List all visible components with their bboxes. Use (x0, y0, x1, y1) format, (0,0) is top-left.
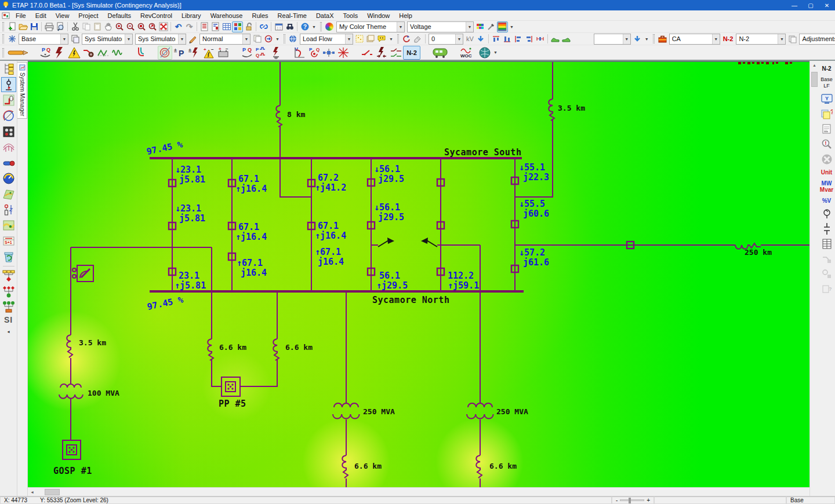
event-diagram-icon[interactable] (1, 284, 16, 299)
theme-wheel-icon[interactable] (324, 21, 335, 32)
save-icon[interactable] (28, 21, 39, 32)
star-auto-evaluation-icon[interactable] (158, 46, 172, 60)
transformer-250mva-a[interactable] (333, 403, 360, 419)
time-domain-load-flow-icon[interactable]: PQ (254, 46, 268, 60)
pp5-plant-box[interactable] (222, 377, 240, 396)
print-preview-icon[interactable] (55, 21, 66, 32)
mode-globe-icon[interactable] (288, 34, 299, 45)
edit-study-case-icon[interactable] (354, 34, 365, 45)
menu-view[interactable]: View (51, 10, 74, 21)
menu-help[interactable]: Help (394, 10, 417, 21)
alert-view-icon[interactable]: ! (820, 138, 834, 151)
maximize-button[interactable]: ▢ (803, 0, 819, 10)
toolbox-icon[interactable] (657, 34, 668, 45)
cable-pulling-icon[interactable] (1, 155, 16, 170)
intelligeo-globe-icon[interactable] (477, 46, 492, 60)
align-left-icon[interactable] (513, 34, 524, 45)
comment-icon[interactable] (376, 34, 387, 45)
fault-tree-icon[interactable] (1, 268, 16, 283)
quick-pick-combo[interactable]: ▼ (594, 34, 631, 45)
feeder-3[interactable]: 67.2 ↑j41.2 67.1 ↑j16.4 ↑67.1 j16.4 (308, 158, 346, 291)
help-caret-icon[interactable]: ▼ (310, 25, 318, 29)
kv-value-combo[interactable]: 0▼ (429, 34, 463, 45)
tie-switch-open[interactable] (371, 238, 480, 247)
transient-stability-icon[interactable] (96, 46, 110, 60)
study-case-combo[interactable]: CA▼ (669, 34, 720, 45)
network-tree-icon[interactable] (1, 61, 16, 76)
revision-combo[interactable]: Base▼ (19, 34, 68, 45)
minimize-button[interactable]: — (786, 0, 803, 10)
menu-realtime[interactable]: Real-Time (273, 10, 311, 21)
study-case-stack-icon[interactable] (365, 34, 376, 45)
dropper-icon[interactable] (486, 21, 497, 32)
snowflake-icon[interactable] (6, 34, 17, 45)
quick-caret-icon[interactable]: ▼ (643, 37, 651, 41)
find-icon[interactable] (284, 21, 295, 32)
voltage-stability-icon[interactable]: V (292, 46, 307, 60)
tx250-branch-left[interactable]: 250 MVA 6.6 km (333, 291, 395, 487)
fault-insertion-icon[interactable]: ± (187, 46, 201, 60)
align-right-icon[interactable] (524, 34, 535, 45)
dashboard-gauge-icon[interactable] (1, 171, 16, 186)
menu-tools[interactable]: Tools (339, 10, 363, 21)
optimal-power-flow-icon[interactable]: ±P (172, 46, 187, 60)
datablock-grid-icon[interactable] (221, 21, 232, 32)
menu-revcontrol[interactable]: RevControl (136, 10, 177, 21)
load-flow-icon[interactable]: PQ (38, 46, 52, 60)
pan-icon[interactable] (103, 21, 114, 32)
cable-ampacity-icon[interactable]: S+1 (1, 233, 16, 249)
horizontal-scrollbar[interactable]: ◄ (28, 487, 809, 496)
short-circuit-icon[interactable] (52, 46, 67, 60)
zoom-out-slider-button[interactable]: - (616, 497, 618, 503)
config-pen-icon[interactable] (187, 34, 198, 45)
schedule-icon[interactable] (273, 21, 284, 32)
harmonic-analysis-icon[interactable] (110, 46, 125, 60)
bus-sycamore-north[interactable]: Sycamore North 97.45 % (146, 291, 524, 312)
zoom-in-slider-button[interactable]: + (647, 497, 650, 503)
feeder-5[interactable]: 112.2 ↑j59.1 (437, 158, 479, 291)
etrax-train-icon[interactable] (431, 46, 451, 60)
menu-defaults[interactable]: Defaults (103, 10, 136, 21)
menu-library[interactable]: Library (177, 10, 206, 21)
crystal-report-icon[interactable] (210, 21, 221, 32)
colormap-caret-icon[interactable]: ▼ (508, 25, 515, 29)
eraser-icon[interactable] (412, 34, 423, 45)
mw-mvar-toggle-label[interactable]: MWMvar (820, 180, 833, 193)
menu-file[interactable]: File (11, 10, 31, 21)
help-icon[interactable]: ? (299, 21, 310, 32)
feeder-2[interactable]: 67.1 ↑j16.4 67.1 ↑j16.4 ↑67.1 j16.4 (228, 158, 267, 291)
close-button[interactable]: ✕ (819, 0, 835, 10)
presentation2-combo[interactable]: Sys Simulator▼ (135, 34, 186, 45)
battery-sizing-icon[interactable]: +− (216, 46, 230, 60)
protection-devices-icon[interactable] (1, 202, 16, 217)
color-theme-combo[interactable]: My Color Theme▼ (336, 21, 405, 32)
woc-icon[interactable]: WOC (459, 46, 477, 60)
copy-icon[interactable] (81, 21, 92, 32)
halt-icon[interactable] (820, 153, 834, 166)
comment-caret-icon[interactable]: ▼ (387, 37, 395, 41)
cut-icon[interactable] (70, 21, 81, 32)
configuration-combo[interactable]: Normal▼ (199, 34, 251, 45)
adjustments-combo[interactable]: Adjustments▼ (799, 34, 835, 45)
one-line-diagram-icon[interactable] (1, 77, 16, 92)
config-pages-icon[interactable] (252, 34, 263, 45)
edit-mode-pencil-icon[interactable] (6, 46, 30, 60)
underground-raceway-icon[interactable] (1, 93, 16, 108)
config-caret-icon[interactable]: ▼ (274, 37, 281, 41)
star-protection-icon[interactable] (134, 46, 148, 60)
fit-page-icon[interactable] (158, 21, 169, 32)
display-options-icon[interactable] (232, 21, 243, 32)
menu-edit[interactable]: Edit (31, 10, 51, 21)
menu-window[interactable]: Window (362, 10, 394, 21)
report-manager-icon[interactable] (820, 123, 834, 136)
feeder-1[interactable]: ↓23.1 j5.81 ↓23.1 j5.81 23.1 ↑j5.81 (169, 158, 206, 291)
n2-combo[interactable]: N-2▼ (736, 34, 786, 45)
text-report-icon[interactable] (199, 21, 210, 32)
study-mode-combo[interactable]: Load Flow▼ (300, 34, 353, 45)
line-8km[interactable]: 8 km (276, 62, 311, 197)
sequence-diagram-icon[interactable] (1, 300, 16, 315)
arc-flash-icon[interactable] (67, 46, 81, 60)
faded-tool-icon-2[interactable] (820, 268, 834, 280)
switching-optimization-icon[interactable] (336, 46, 350, 60)
percent-v-toggle-label[interactable]: %V (822, 198, 832, 204)
